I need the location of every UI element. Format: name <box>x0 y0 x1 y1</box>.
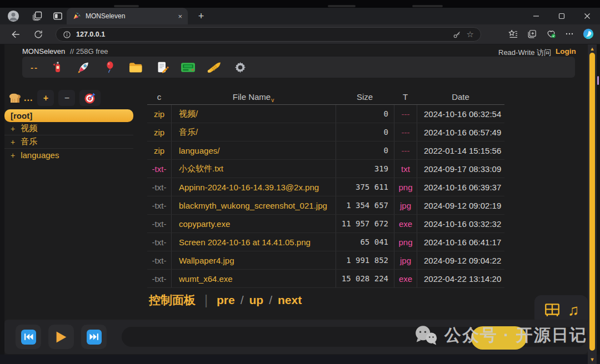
minimize-button[interactable] <box>523 8 549 24</box>
expand-toggle[interactable]: + <box>11 151 15 160</box>
file-size: 319 <box>336 160 394 178</box>
file-action-link[interactable]: zip <box>147 123 171 141</box>
tree-item-音乐[interactable]: +音乐 <box>4 135 133 148</box>
up-link[interactable]: up <box>249 294 264 307</box>
server-name[interactable]: MONSeleven <box>22 47 65 55</box>
file-name-link[interactable]: blackmyth_wukong_screenshot_021.jpg <box>171 196 336 214</box>
file-action-link[interactable]: -txt- <box>147 160 171 178</box>
previous-track-button[interactable] <box>16 325 41 349</box>
column-header-size[interactable]: Size <box>336 92 394 102</box>
window-frame <box>0 44 4 364</box>
grid-view-icon[interactable] <box>543 302 561 318</box>
copilot-icon[interactable] <box>582 28 594 40</box>
maximize-button[interactable] <box>549 8 574 24</box>
file-action-link[interactable]: zip <box>147 141 171 159</box>
file-name-link[interactable]: copyparty.exe <box>171 215 336 232</box>
expand-toggle[interactable]: + <box>11 124 15 133</box>
control-panel-link[interactable]: 控制面板 <box>149 292 196 308</box>
balloon-icon[interactable] <box>102 60 117 75</box>
split-screen-icon[interactable] <box>51 9 64 23</box>
url-text[interactable]: 127.0.0.1 <box>76 31 447 38</box>
file-action-link[interactable]: -txt- <box>147 270 171 287</box>
scrollbar-thumb[interactable] <box>589 53 595 351</box>
sidebar: ... + − [root] +视频+音乐+languages <box>4 88 133 161</box>
breadcrumb-toggle-button[interactable]: ... <box>4 92 33 105</box>
file-name-link[interactable]: Wallpaper4.jpg <box>171 251 336 269</box>
favorites-list-icon[interactable] <box>508 29 518 39</box>
site-info-icon[interactable] <box>63 31 71 39</box>
table-row: -txt-blackmyth_wukong_screenshot_021.jpg… <box>147 196 504 215</box>
browser-tab[interactable]: MONSeleven × <box>67 8 188 24</box>
login-link[interactable]: Login <box>556 47 576 55</box>
next-track-button[interactable] <box>81 325 107 349</box>
file-date: 2022-01-14 15:15:56 <box>417 141 504 159</box>
refresh-button[interactable] <box>32 28 44 41</box>
file-type-badge: --- <box>394 141 417 159</box>
file-action-link[interactable]: -txt- <box>147 233 171 251</box>
expand-toggle[interactable]: + <box>11 138 15 146</box>
file-size: 1 354 657 <box>336 196 394 214</box>
fire-extinguisher-icon[interactable] <box>50 60 65 75</box>
pager-icon[interactable] <box>181 60 196 75</box>
address-bar[interactable]: 127.0.0.1 ☆ <box>56 27 481 42</box>
new-tab-button[interactable]: + <box>194 9 208 23</box>
gear-icon[interactable] <box>233 60 248 75</box>
file-table-body: zip视频/0---2024-10-16 06:32:54zip音乐/0---2… <box>147 105 504 288</box>
file-name-link[interactable]: wumt_x64.exe <box>171 270 336 287</box>
file-name-link[interactable]: 小众软件.txt <box>171 160 336 178</box>
browser-essentials-icon[interactable] <box>546 28 557 39</box>
tab-bar: MONSeleven × + <box>0 8 600 24</box>
file-type-badge: png <box>394 178 417 196</box>
file-action-link[interactable]: -txt- <box>147 251 171 269</box>
file-date: 2024-10-16 06:41:17 <box>417 233 504 251</box>
column-header-name[interactable]: File Namev <box>171 92 336 102</box>
audio-player-icon[interactable]: ♫ <box>568 302 579 318</box>
tree-widen-button[interactable]: + <box>37 90 54 106</box>
file-date: 2024-09-12 09:02:19 <box>417 196 504 214</box>
file-action-link[interactable]: zip <box>147 105 171 123</box>
table-row: ziplanguages/0---2022-01-14 15:15:56 <box>147 141 504 160</box>
file-name-link[interactable]: Appinn-2024-10-16-14.39.13@2x.png <box>171 178 336 196</box>
file-name-link[interactable]: 音乐/ <box>171 123 336 141</box>
column-header-date[interactable]: Date <box>417 92 504 102</box>
next-track-icon <box>87 330 102 345</box>
more-menu-icon[interactable] <box>565 29 574 38</box>
file-name-link[interactable]: languages/ <box>171 141 336 159</box>
column-header-type[interactable]: T <box>394 92 417 102</box>
back-button[interactable] <box>10 28 22 41</box>
folder-icon[interactable] <box>128 60 143 75</box>
collapse-toolbar-button[interactable]: -- <box>31 63 38 72</box>
file-action-link[interactable]: -txt- <box>147 215 171 232</box>
jump-to-folder-button[interactable] <box>79 90 101 106</box>
memo-icon[interactable] <box>154 60 169 75</box>
scroll-down-arrow-icon[interactable]: ▼ <box>588 356 597 363</box>
file-action-link[interactable]: -txt- <box>147 178 171 196</box>
collections-icon[interactable] <box>527 29 537 39</box>
file-name-link[interactable]: 视频/ <box>171 105 336 123</box>
pre-link[interactable]: pre <box>217 294 235 307</box>
play-button[interactable] <box>48 325 74 349</box>
sort-indicator-icon: v <box>271 97 274 103</box>
tree-narrow-button[interactable]: − <box>58 90 75 106</box>
next-link[interactable]: next <box>278 294 302 307</box>
tree-item-root-selected[interactable]: [root] <box>4 109 133 122</box>
scroll-up-arrow-icon[interactable]: ▲ <box>588 46 597 52</box>
profile-avatar[interactable] <box>7 9 20 23</box>
copyparty-page: MONSeleven // 258G free Read-Write 访问 Lo… <box>0 44 600 364</box>
trumpet-icon[interactable] <box>207 60 222 75</box>
favorite-star-icon[interactable]: ☆ <box>467 29 474 39</box>
tree-item-languages[interactable]: +languages <box>4 148 133 161</box>
file-action-link[interactable]: -txt- <box>147 196 171 214</box>
column-header-c[interactable]: c <box>147 92 171 102</box>
close-button[interactable] <box>574 8 600 24</box>
tab-close-icon[interactable]: × <box>178 13 182 20</box>
rocket-icon[interactable] <box>76 60 91 75</box>
workspaces-icon[interactable] <box>31 9 44 23</box>
page-scrollbar[interactable]: ▲ ▼ <box>588 44 597 364</box>
file-name-link[interactable]: Screen 2024-10-16 at 14.41.05.png <box>171 233 336 251</box>
op-toolbar-icons <box>50 60 248 75</box>
target-dart-icon <box>83 91 97 105</box>
password-key-icon[interactable] <box>452 30 462 39</box>
table-row: -txt-小众软件.txt319txt2024-09-17 08:33:09 <box>147 160 504 178</box>
tree-item-视频[interactable]: +视频 <box>4 122 133 135</box>
